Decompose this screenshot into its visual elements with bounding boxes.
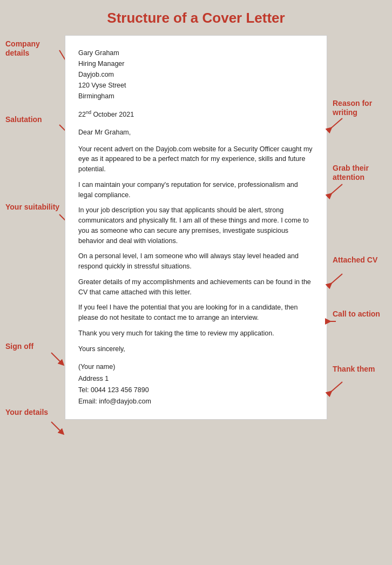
- label-your-suitability: Your suitability: [5, 203, 62, 212]
- label-reason-for-writing: Reason for writing: [333, 99, 387, 117]
- signoff-block: Yours sincerely,: [78, 344, 314, 354]
- svg-line-4: [51, 422, 62, 433]
- date-line: 22nd October 2021: [78, 109, 314, 120]
- label-salutation: Salutation: [5, 115, 59, 124]
- label-sign-off: Sign off: [5, 342, 54, 351]
- page-title: Structure of a Cover Letter: [107, 10, 285, 26]
- label-attached-cv: Attached CV: [333, 255, 387, 265]
- para6: If you feel I have the potential that yo…: [78, 302, 314, 323]
- para4: On a personal level, I am someone who wi…: [78, 251, 314, 272]
- svg-line-6: [330, 184, 342, 195]
- label-your-details: Your details: [5, 408, 54, 417]
- label-call-to-action: Call to action: [333, 310, 387, 319]
- para5: Greater details of my accomplishments an…: [78, 277, 314, 298]
- address-block: Gary Graham Hiring Manager Dayjob.com 12…: [78, 48, 314, 102]
- para3: In your job description you say that app…: [78, 205, 314, 246]
- label-thank-them: Thank them: [333, 365, 387, 374]
- svg-line-3: [51, 353, 62, 364]
- para7: Thank you very much for taking the time …: [78, 328, 314, 339]
- svg-line-7: [330, 274, 342, 285]
- letter-body: Gary Graham Hiring Manager Dayjob.com 12…: [65, 35, 327, 420]
- your-details-block: (Your name) Address 1 Tel: 0044 123 456 …: [78, 361, 314, 407]
- svg-line-9: [330, 382, 342, 393]
- label-company-details: Company details: [5, 39, 59, 58]
- salutation-line: Dear Mr Graham,: [78, 127, 314, 138]
- label-grab-their-attention: Grab their attention: [333, 164, 387, 182]
- para2: I can maintain your company's reputation…: [78, 180, 314, 200]
- para1: Your recent advert on the Dayjob.com web…: [78, 144, 314, 174]
- svg-line-5: [330, 118, 342, 129]
